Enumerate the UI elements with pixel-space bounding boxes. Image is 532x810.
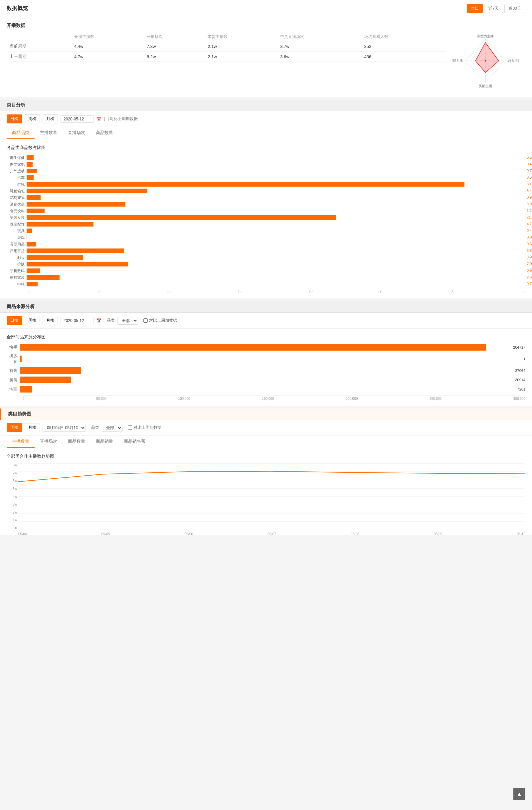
table-row: 拼多多1	[7, 353, 525, 364]
sub-tab-hosts[interactable]: 主播数量	[35, 127, 63, 139]
bar-label: 养生保健	[7, 155, 27, 160]
cat-tab-monthly[interactable]: 月榜	[43, 114, 58, 124]
table-row: 日用百货6.85%	[7, 248, 525, 254]
btn-7days[interactable]: 近7天	[484, 4, 503, 13]
sub-tab-sessions[interactable]: 直播场次	[63, 127, 91, 139]
bar-fill	[27, 248, 124, 253]
bar-label: 彩妆	[7, 255, 27, 260]
source-compare-checkbox[interactable]	[143, 318, 148, 323]
table-row: 淘宝7261	[7, 386, 525, 392]
bar-value: 30.73%	[527, 182, 532, 186]
source-bar-track	[20, 356, 521, 362]
bar-label: 酒食饮品	[7, 202, 27, 207]
table-row: 酒食饮品6.93%	[7, 201, 525, 207]
bar-track: 0.50%	[27, 175, 525, 180]
bar-fill	[27, 269, 40, 273]
source-bar-chart: 快手284717拼多多1有赞37064魔筷30914淘宝7261	[7, 344, 525, 392]
bar-fill	[27, 162, 33, 167]
source-bar-track	[20, 386, 515, 392]
src-tab-monthly[interactable]: 月榜	[43, 316, 58, 325]
sub-tab-products[interactable]: 商品数量	[91, 127, 118, 139]
trend-sub-sales[interactable]: 商品销量	[91, 436, 118, 448]
bar-fill	[27, 189, 147, 193]
source-chart-section: 全部商品来源分布图 快手284717拼多多1有赞37064魔筷30914淘宝72…	[0, 329, 532, 406]
trend-tab-row: 周榜 月榜 05月04日-05月10日 品类 全部 对比上周期数据	[7, 423, 525, 432]
bar-value: 6.93%	[527, 202, 532, 206]
stats-value-2: 2.1w	[205, 41, 277, 51]
source-calendar-icon: 📅	[96, 318, 101, 323]
bar-axis: 05101520253035	[29, 288, 525, 293]
source-chart-title: 全部商品来源分布图	[7, 334, 525, 340]
bar-fill	[27, 202, 126, 207]
table-row: 游戏0.05%	[7, 234, 525, 241]
bar-fill	[27, 282, 37, 287]
bar-track: 30.73%	[27, 182, 525, 187]
th-sell-sessions: 带货直播场次	[277, 33, 361, 41]
trend-sub-goods[interactable]: 商品数量	[63, 436, 91, 448]
category-compare-checkbox[interactable]	[104, 117, 109, 121]
header-buttons: 昨日 近7天 近30天	[467, 4, 525, 13]
trend-tab-monthly[interactable]: 月榜	[25, 423, 40, 432]
bar-fill	[27, 242, 36, 246]
trend-sub-hosts[interactable]: 主播数量	[7, 436, 35, 448]
stats-period-label: 当前周期	[7, 41, 71, 51]
th-sell-hosts: 带货主播数	[205, 33, 277, 41]
cat-tab-daily[interactable]: 日榜	[7, 114, 22, 124]
table-row: 快手284717	[7, 344, 525, 351]
cat-tab-weekly[interactable]: 周榜	[25, 114, 40, 124]
bar-value: 0.94%	[527, 269, 532, 273]
stats-value-3: 3.6w	[277, 51, 361, 62]
source-category-select[interactable]: 全部	[117, 317, 138, 325]
trend-category-select[interactable]: 全部	[102, 424, 123, 432]
bar-fill	[27, 169, 37, 173]
category-bar-chart: 养生保健0.50%图文家电0.42%户外运动0.72%汽车0.50%鞋靴30.7…	[7, 155, 525, 293]
src-tab-weekly[interactable]: 周榜	[25, 316, 40, 325]
trend-compare-label[interactable]: 对比上周期数据	[128, 425, 161, 431]
bar-label: 中粮	[7, 282, 27, 287]
stats-value-0: 4.4w	[71, 41, 144, 51]
table-row: 魔筷30914	[7, 376, 525, 383]
bar-track: 7.09%	[27, 262, 525, 266]
source-date-input[interactable]	[61, 317, 94, 324]
trend-chart-section: 全部类合作主播数趋势图 8w7w6w5w4w3w2w1w0	[0, 448, 532, 535]
source-compare-label[interactable]: 对比上周期数据	[143, 318, 177, 323]
bar-track: 0.40%	[27, 228, 525, 233]
table-row: 彩妆3.95%	[7, 255, 525, 260]
svg-point-8	[485, 60, 486, 62]
trend-sub-sessions[interactable]: 直播场次	[35, 436, 63, 448]
table-row: 图文家电0.42%	[7, 161, 525, 167]
bar-fill	[27, 215, 336, 220]
btn-30days[interactable]: 近30天	[504, 4, 525, 13]
stats-value-0: 4.7w	[71, 51, 144, 62]
stats-value-1: 7.8w	[144, 41, 205, 51]
trend-date-range-select[interactable]: 05月04日-05月10日	[43, 424, 86, 432]
source-bar-label: 快手	[7, 345, 20, 350]
trend-sub-revenue[interactable]: 商品销售额	[118, 436, 151, 448]
th-viewers: 场均观看人数	[362, 33, 446, 41]
table-row: 家居家装2.31%	[7, 274, 525, 280]
table-row: 户外运动0.72%	[7, 168, 525, 174]
sub-tab-goods[interactable]: 商品品类	[7, 127, 35, 139]
bar-label: 花鸟宠物	[7, 195, 27, 200]
category-date-input[interactable]	[61, 115, 94, 123]
table-row: 护肤7.09%	[7, 261, 525, 267]
trend-chart-title: 全部类合作主播数趋势图	[7, 453, 525, 459]
category-compare-label[interactable]: 对比上周期数据	[104, 116, 138, 122]
source-bar-label: 拼多多	[7, 353, 20, 364]
stats-value-4: 436	[362, 51, 446, 62]
bar-value: 0.05%	[527, 235, 532, 239]
src-tab-daily[interactable]: 日榜	[7, 316, 22, 325]
btn-today[interactable]: 昨日	[467, 4, 483, 13]
table-row: 食品饮料1.25%	[7, 208, 525, 214]
bar-label: 户外运动	[7, 169, 27, 174]
source-bar-value: 1	[523, 357, 525, 361]
trend-tab-weekly[interactable]: 周榜	[7, 423, 22, 432]
source-bar-track	[20, 344, 511, 351]
bar-value: 4.70%	[527, 222, 532, 226]
bar-track: 0.94%	[27, 269, 525, 273]
bar-fill	[27, 275, 60, 280]
trend-compare-checkbox[interactable]	[128, 425, 132, 430]
source-section: 商品来源分析 日榜 周榜 月榜 📅 品类 全部 对比上周期数据 全部商品来源分布…	[0, 301, 532, 406]
svg-text:超头主播: 超头主播	[508, 59, 519, 63]
bar-value: 8.48%	[527, 189, 532, 193]
